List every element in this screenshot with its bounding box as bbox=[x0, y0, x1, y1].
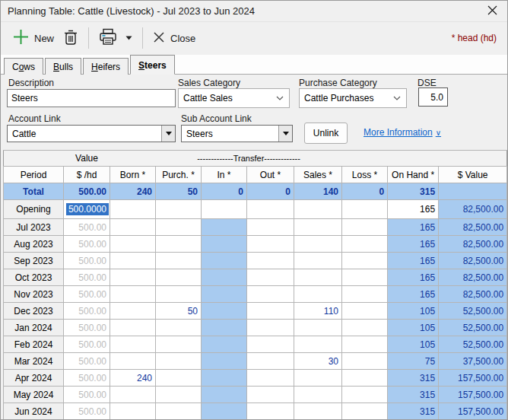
grid-cell-sales[interactable] bbox=[294, 387, 342, 403]
grid-cell-hd[interactable]: 500.00 bbox=[64, 236, 110, 253]
grid-cell-sales[interactable] bbox=[294, 219, 342, 236]
grid-cell-sales[interactable] bbox=[294, 336, 342, 353]
grid-cell-hd[interactable]: 500.00 bbox=[64, 320, 110, 336]
grid-cell-loss[interactable] bbox=[342, 236, 388, 253]
grid-cell-hd[interactable]: 500.00 bbox=[64, 403, 110, 420]
grid-cell-purch[interactable] bbox=[156, 269, 202, 286]
grid-cell-onhand[interactable]: 105 bbox=[388, 320, 439, 336]
grid-cell-in[interactable] bbox=[202, 236, 247, 253]
grid-cell-in[interactable] bbox=[202, 403, 247, 420]
grid-cell-born[interactable] bbox=[110, 286, 156, 303]
grid-cell-sales[interactable]: 140 bbox=[294, 183, 342, 200]
grid-cell-out[interactable] bbox=[247, 336, 294, 353]
grid-cell-born[interactable]: 240 bbox=[110, 183, 156, 200]
grid-cell-value[interactable]: 82,500.00 bbox=[439, 286, 507, 303]
grid-cell-hd[interactable]: 500.00 bbox=[64, 183, 110, 200]
grid-cell-loss[interactable] bbox=[342, 320, 388, 336]
grid-cell-in[interactable] bbox=[202, 387, 247, 403]
grid-cell-sales[interactable] bbox=[294, 253, 342, 269]
grid-cell-onhand[interactable]: 165 bbox=[388, 269, 439, 286]
grid-cell-purch[interactable] bbox=[156, 353, 202, 370]
grid-cell-out[interactable] bbox=[247, 403, 294, 420]
grid-cell-onhand[interactable]: 165 bbox=[388, 253, 439, 269]
grid-cell-loss[interactable] bbox=[342, 286, 388, 303]
grid-cell-in[interactable] bbox=[202, 286, 247, 303]
grid-cell-out[interactable] bbox=[247, 253, 294, 269]
grid-cell-loss[interactable] bbox=[342, 200, 388, 219]
grid-cell-value[interactable]: 82,500.00 bbox=[439, 253, 507, 269]
grid-cell-value[interactable]: 82,500.00 bbox=[439, 269, 507, 286]
grid-cell-purch[interactable]: 50 bbox=[156, 303, 202, 320]
new-button[interactable]: New bbox=[8, 26, 59, 50]
tab-steers[interactable]: Steers bbox=[130, 55, 175, 75]
grid-cell-in[interactable] bbox=[202, 336, 247, 353]
grid-cell-value[interactable]: 37,500.00 bbox=[439, 353, 507, 370]
account-link-select[interactable]: Cattle bbox=[7, 125, 176, 142]
grid-cell-in[interactable] bbox=[202, 370, 247, 387]
grid-cell-onhand[interactable]: 315 bbox=[388, 370, 439, 387]
grid-cell-out[interactable] bbox=[247, 236, 294, 253]
grid-cell-born[interactable] bbox=[110, 320, 156, 336]
grid-cell-purch[interactable] bbox=[156, 370, 202, 387]
dse-field[interactable]: 5.0 bbox=[418, 88, 448, 107]
grid-cell-purch[interactable] bbox=[156, 219, 202, 236]
grid-cell-out[interactable] bbox=[247, 320, 294, 336]
grid-cell-in[interactable] bbox=[202, 353, 247, 370]
grid-cell-onhand[interactable]: 105 bbox=[388, 336, 439, 353]
grid-cell-out[interactable] bbox=[247, 387, 294, 403]
grid-cell-born[interactable] bbox=[110, 219, 156, 236]
grid-cell-in[interactable] bbox=[202, 320, 247, 336]
grid-cell-in[interactable]: 0 bbox=[202, 183, 247, 200]
grid-cell-value[interactable]: 157,500.00 bbox=[439, 403, 507, 420]
unlink-button[interactable]: Unlink bbox=[304, 123, 348, 144]
grid-cell-value[interactable]: 52,500.00 bbox=[439, 320, 507, 336]
grid-cell-loss[interactable] bbox=[342, 387, 388, 403]
grid-cell-hd[interactable]: 500.00 bbox=[64, 253, 110, 269]
grid-cell-born[interactable] bbox=[110, 253, 156, 269]
grid-cell-out[interactable] bbox=[247, 269, 294, 286]
grid-cell-purch[interactable] bbox=[156, 387, 202, 403]
more-information-link[interactable]: More Information∨ bbox=[364, 127, 441, 138]
grid-cell-hd[interactable]: 500.00 bbox=[64, 286, 110, 303]
grid-cell-sales[interactable] bbox=[294, 200, 342, 219]
grid-cell-born[interactable] bbox=[110, 303, 156, 320]
description-input[interactable]: Steers bbox=[7, 89, 176, 107]
grid-cell-loss[interactable] bbox=[342, 269, 388, 286]
print-dropdown-caret-icon[interactable] bbox=[125, 36, 132, 40]
delete-button[interactable] bbox=[59, 26, 83, 51]
grid-cell-purch[interactable] bbox=[156, 403, 202, 420]
grid-cell-loss[interactable] bbox=[342, 370, 388, 387]
sub-account-link-select[interactable]: Steers bbox=[181, 125, 293, 142]
grid-cell-in[interactable] bbox=[202, 219, 247, 236]
grid-cell-born[interactable] bbox=[110, 403, 156, 420]
grid-cell-hd[interactable]: 500.00 bbox=[64, 219, 110, 236]
grid-cell-value[interactable]: 157,500.00 bbox=[439, 387, 507, 403]
tab-heifers[interactable]: Heifers bbox=[83, 58, 129, 75]
grid-cell-in[interactable] bbox=[202, 303, 247, 320]
grid-cell-sales[interactable]: 30 bbox=[294, 353, 342, 370]
grid-cell-sales[interactable] bbox=[294, 286, 342, 303]
purchase-category-select[interactable]: Cattle Purchases bbox=[299, 88, 407, 108]
grid-cell-loss[interactable] bbox=[342, 403, 388, 420]
grid-cell-onhand[interactable]: 315 bbox=[388, 387, 439, 403]
grid-cell-in[interactable] bbox=[202, 253, 247, 269]
grid-cell-value[interactable]: 82,500.00 bbox=[439, 219, 507, 236]
dropdown-button[interactable] bbox=[161, 126, 175, 142]
grid-cell-out[interactable]: 0 bbox=[247, 183, 294, 200]
grid-cell-loss[interactable] bbox=[342, 336, 388, 353]
dropdown-button[interactable] bbox=[278, 126, 292, 142]
grid-cell-sales[interactable] bbox=[294, 320, 342, 336]
grid-cell-value[interactable] bbox=[439, 183, 507, 200]
grid-cell-in[interactable] bbox=[202, 200, 247, 219]
grid-cell-sales[interactable] bbox=[294, 236, 342, 253]
grid-cell-hd[interactable]: 500.00 bbox=[64, 269, 110, 286]
grid-cell-purch[interactable] bbox=[156, 336, 202, 353]
grid-cell-out[interactable] bbox=[247, 286, 294, 303]
grid-cell-onhand[interactable]: 165 bbox=[388, 200, 439, 219]
grid-cell-out[interactable] bbox=[247, 219, 294, 236]
grid-cell-purch[interactable] bbox=[156, 200, 202, 219]
grid-cell-in[interactable] bbox=[202, 269, 247, 286]
grid-cell-hd[interactable]: 500.00 bbox=[64, 353, 110, 370]
grid-cell-sales[interactable] bbox=[294, 269, 342, 286]
grid-cell-out[interactable] bbox=[247, 370, 294, 387]
